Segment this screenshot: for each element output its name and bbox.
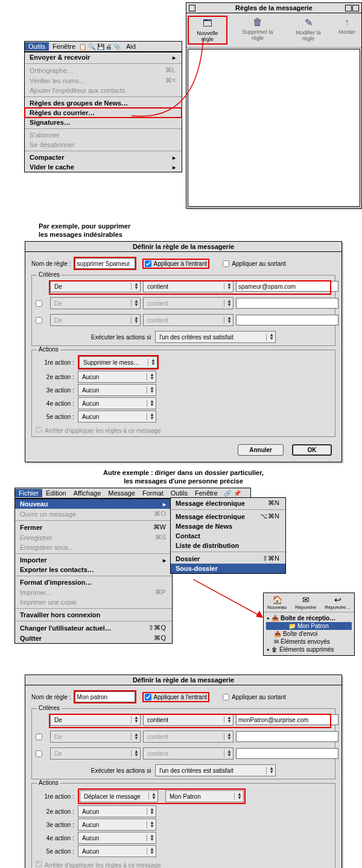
menu-item[interactable]: Signatures… — [25, 118, 182, 127]
action3-select[interactable]: Aucun▲▼ — [78, 384, 156, 396]
crit3-field-select[interactable]: De▲▼ — [50, 314, 141, 326]
sidebar-tool[interactable]: 🏠Nouveau — [267, 595, 287, 610]
menu-message[interactable]: Message — [104, 489, 139, 497]
cancel-button[interactable]: Annuler — [238, 444, 284, 456]
menu-fenetre[interactable]: Fenêtre — [49, 42, 79, 51]
crit2-value-input[interactable] — [236, 731, 338, 742]
folder-node[interactable]: ✉ Éléments envoyés — [266, 638, 352, 646]
menu-item[interactable]: Format d'impression… — [15, 577, 172, 587]
crit2-enable[interactable] — [36, 734, 42, 740]
sidebar-tool[interactable]: ✉Répondre — [295, 595, 316, 610]
exec-condition-select[interactable]: l'un des critères est satisfait▲▼ — [155, 764, 276, 776]
menu-édition[interactable]: Édition — [42, 489, 70, 497]
menu-item[interactable]: Compacter — [25, 153, 182, 162]
edit-rule-button[interactable]: ✎Modifier la règle — [288, 16, 329, 45]
menu-item[interactable]: Message électronique⌥⌘N — [171, 511, 285, 521]
menu-item[interactable]: Imprimer…⌘P — [15, 587, 172, 597]
menu-item[interactable]: Nouveau — [15, 499, 172, 509]
apply-outgoing-checkbox[interactable] — [223, 260, 229, 267]
crit1-field-select[interactable]: De▲▼ — [50, 280, 141, 292]
action2-select[interactable]: Aucun▲▼ — [78, 805, 156, 817]
menu-item[interactable]: Quitter⌘Q — [15, 633, 172, 643]
menu-item[interactable]: Exporter les contacts… — [15, 565, 172, 574]
menu-item[interactable]: Enregistrer⌘S — [15, 532, 172, 542]
crit3-value-input[interactable] — [236, 315, 338, 326]
menu-item[interactable]: Importer — [15, 555, 172, 565]
menu-item[interactable]: Liste de distribution — [171, 541, 285, 550]
rules-list[interactable] — [188, 49, 360, 207]
toolbar-icon[interactable]: 📌 — [233, 490, 241, 497]
menu-outils[interactable]: Outils — [167, 489, 191, 497]
menu-format[interactable]: Format — [139, 489, 167, 497]
menu-item[interactable]: Ajouter l'expéditeur aux contacts — [25, 86, 182, 95]
crit1-op-select[interactable]: contient▲▼ — [143, 280, 233, 292]
crit1-op-select[interactable]: contient▲▼ — [143, 714, 233, 726]
ok-button[interactable]: OK — [292, 444, 332, 456]
toolbar-icon[interactable]: 🔗 — [224, 490, 231, 497]
apply-outgoing-checkbox[interactable] — [223, 694, 229, 700]
apply-incoming-checkbox[interactable] — [145, 694, 151, 700]
menu-affichage[interactable]: Affichage — [70, 489, 105, 497]
action1-select[interactable]: Supprimer le mess…▲▼ — [79, 356, 157, 368]
menu-item[interactable]: Vérifier les noms…⌘= — [25, 75, 182, 86]
menu-item[interactable]: Dossier⇧⌘N — [171, 553, 285, 564]
menu-item[interactable]: Règles du courrier… — [25, 108, 182, 118]
rule-name-input[interactable] — [75, 691, 135, 702]
menu-fenêtre[interactable]: Fenêtre — [191, 489, 221, 497]
crit1-value-input[interactable] — [236, 714, 338, 725]
menu-item[interactable]: Message de News — [171, 521, 285, 531]
icon-2[interactable]: 🔍 — [88, 43, 95, 50]
menu-item[interactable]: Envoyer & recevoir — [25, 52, 182, 62]
menu-item[interactable]: Fermer⌘W — [15, 522, 172, 532]
crit2-op-select[interactable]: contient▲▼ — [143, 731, 233, 743]
menu-aide[interactable]: Aid — [122, 42, 139, 51]
menu-item[interactable]: Imprimer une copie — [15, 597, 172, 607]
menu-item[interactable]: Contact — [171, 531, 285, 541]
crit2-enable[interactable] — [36, 300, 42, 307]
folder-node[interactable]: 📤 Boîte d'envoi — [266, 630, 352, 638]
new-rule-button[interactable]: 🗔Nouvelle règle — [188, 16, 227, 45]
crit2-op-select[interactable]: contient▲▼ — [143, 297, 233, 309]
collapse-icon[interactable] — [352, 5, 359, 11]
close-icon[interactable] — [189, 5, 195, 11]
action4-select[interactable]: Aucun▲▼ — [78, 832, 156, 844]
crit3-field-select[interactable]: De▲▼ — [50, 747, 141, 760]
action2-select[interactable]: Aucun▲▼ — [78, 371, 156, 383]
apply-incoming-checkbox[interactable] — [145, 260, 151, 267]
crit3-op-select[interactable]: contient▲▼ — [143, 747, 233, 760]
action5-select[interactable]: Aucun▲▼ — [78, 410, 156, 423]
menu-item[interactable]: Règles des groupes de News… — [25, 98, 182, 108]
crit3-op-select[interactable]: contient▲▼ — [143, 314, 233, 326]
folder-node[interactable]: 📁 Mon Patron — [266, 622, 352, 630]
menu-item[interactable]: Travailler hors connexion — [15, 610, 172, 620]
menu-item[interactable]: Vider le cache — [25, 162, 182, 172]
menu-item[interactable]: Changer l'utilisateur actuel…⇧⌘Q — [15, 623, 172, 633]
crit3-enable[interactable] — [36, 317, 42, 324]
menu-item[interactable]: Message électronique⌘N — [171, 498, 285, 508]
action4-select[interactable]: Aucun▲▼ — [78, 397, 156, 409]
action3-select[interactable]: Aucun▲▼ — [78, 819, 156, 831]
crit2-value-input[interactable] — [236, 298, 338, 309]
icon-3[interactable]: 💾 — [97, 43, 104, 50]
menu-item[interactable]: Ouvrir un message⌘O — [15, 509, 172, 519]
action5-select[interactable]: Aucun▲▼ — [78, 845, 156, 857]
move-up-button[interactable]: ↑Monter — [336, 16, 358, 45]
menu-fichier[interactable]: Fichier — [15, 489, 42, 497]
menu-item[interactable]: Sous-dossier — [171, 564, 285, 573]
crit1-value-input[interactable] — [236, 281, 338, 292]
crit1-field-select[interactable]: De▲▼ — [50, 714, 141, 726]
menu-outils[interactable]: Outils — [25, 42, 49, 51]
crit2-field-select[interactable]: De▲▼ — [50, 297, 141, 309]
action1-select[interactable]: Déplacer le message▲▼ — [80, 790, 158, 802]
menu-item[interactable]: Enregistrer sous… — [15, 542, 172, 552]
sidebar-tool[interactable]: ↩Répondre… — [325, 595, 351, 610]
delete-rule-button[interactable]: 🗑Supprimer la règle — [235, 16, 281, 45]
crit3-value-input[interactable] — [236, 748, 338, 759]
folder-node[interactable]: ▸🗑 Éléments supprimés — [266, 646, 352, 653]
icon-1[interactable]: 📋 — [79, 43, 86, 50]
crit3-enable[interactable] — [36, 750, 42, 757]
zoom-icon[interactable] — [345, 5, 352, 11]
rule-name-input[interactable] — [75, 258, 135, 269]
menu-item[interactable]: Se désabonner — [25, 140, 182, 149]
icon-4[interactable]: 🖨 — [106, 43, 112, 50]
